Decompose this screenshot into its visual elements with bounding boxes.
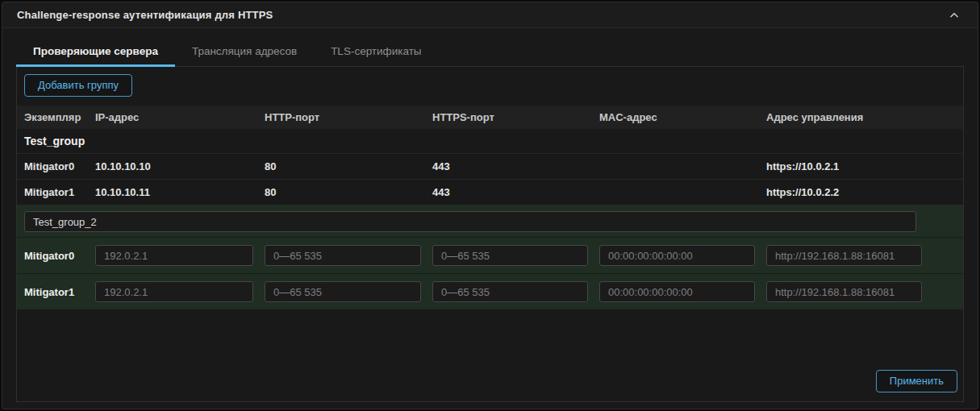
toolbar: Добавить группу xyxy=(17,67,963,104)
server-group-editable: Mitigator0 Mitigator1 xyxy=(17,205,963,309)
mac-input[interactable] xyxy=(599,281,755,302)
cell-instance: Mitigator0 xyxy=(24,160,95,172)
tab-bar: Проверяющие сервера Трансляция адресов T… xyxy=(16,28,964,67)
https-port-input[interactable] xyxy=(432,245,588,266)
tab-address-translation[interactable]: Трансляция адресов xyxy=(175,35,314,67)
cell-instance: Mitigator1 xyxy=(24,186,95,198)
ip-input[interactable] xyxy=(95,245,253,266)
http-port-input[interactable] xyxy=(265,281,421,302)
cell-ip: 10.10.10.11 xyxy=(95,186,265,198)
col-header-instance: Экземпляр xyxy=(24,111,95,123)
mgmt-address-input[interactable] xyxy=(766,281,922,302)
empty-area xyxy=(17,309,963,370)
panel-header: Challenge-response аутентификация для HT… xyxy=(2,2,978,28)
table-row-editable: Mitigator1 xyxy=(17,273,963,309)
tab-checking-servers[interactable]: Проверяющие сервера xyxy=(16,35,175,67)
col-header-ip: IP-адрес xyxy=(95,111,265,123)
apply-button[interactable]: Применить xyxy=(876,370,957,392)
tab-tls-certificates[interactable]: TLS-сертификаты xyxy=(314,35,438,67)
cell-instance: Mitigator1 xyxy=(24,286,95,298)
col-header-http-port: HTTP-порт xyxy=(265,111,432,123)
col-header-https-port: HTTPS-порт xyxy=(432,111,599,123)
http-port-input[interactable] xyxy=(265,245,421,266)
group-name-input[interactable] xyxy=(24,211,916,232)
col-header-mgmt: Адрес управления xyxy=(766,111,956,123)
server-group: Test_group Mitigator0 10.10.10.10 80 443… xyxy=(17,129,963,205)
group-name-label: Test_group xyxy=(17,129,963,153)
table-row: Mitigator0 10.10.10.10 80 443 https://10… xyxy=(17,153,963,179)
tab-content: Добавить группу Экземпляр IP-адрес HTTP-… xyxy=(16,66,964,402)
add-group-button[interactable]: Добавить группу xyxy=(24,74,132,97)
chevron-up-icon[interactable] xyxy=(945,6,963,24)
cell-http-port: 80 xyxy=(265,160,432,172)
cell-https-port: 443 xyxy=(432,186,599,198)
panel-title: Challenge-response аутентификация для HT… xyxy=(17,9,273,21)
cell-mgmt: https://10.0.2.1 xyxy=(766,160,956,172)
challenge-response-panel: Challenge-response аутентификация для HT… xyxy=(2,2,978,409)
footer: Применить xyxy=(17,370,963,401)
cell-https-port: 443 xyxy=(432,160,599,172)
panel-body: Проверяющие сервера Трансляция адресов T… xyxy=(2,28,978,409)
cell-ip: 10.10.10.10 xyxy=(95,160,265,172)
cell-instance: Mitigator0 xyxy=(24,250,95,262)
ip-input[interactable] xyxy=(95,281,253,302)
mgmt-address-input[interactable] xyxy=(766,245,922,266)
col-header-mac: MAC-адрес xyxy=(599,111,766,123)
cell-http-port: 80 xyxy=(265,186,432,198)
cell-mgmt: https://10.0.2.2 xyxy=(766,186,956,198)
mac-input[interactable] xyxy=(599,245,755,266)
https-port-input[interactable] xyxy=(432,281,588,302)
table-row-editable: Mitigator0 xyxy=(17,237,963,273)
table-row: Mitigator1 10.10.10.11 80 443 https://10… xyxy=(17,179,963,205)
table-header-row: Экземпляр IP-адрес HTTP-порт HTTPS-порт … xyxy=(17,106,963,129)
group-name-row xyxy=(17,206,963,237)
